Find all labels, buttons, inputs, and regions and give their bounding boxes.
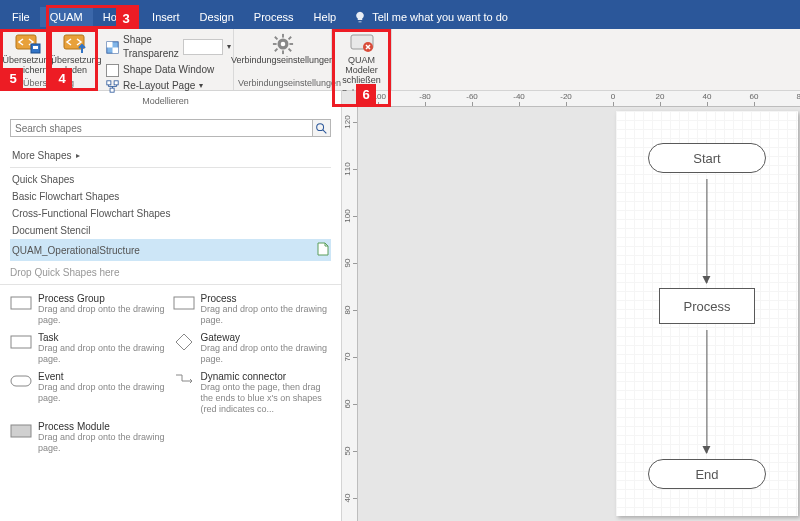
translate-save-icon	[14, 33, 42, 55]
flowchart-end-terminator[interactable]: End	[648, 459, 766, 489]
more-shapes-button[interactable]: More Shapes ▸	[10, 147, 331, 164]
drop-quick-shapes-hint: Drop Quick Shapes here	[0, 261, 341, 285]
svg-rect-2	[33, 46, 38, 49]
shapes-pane: More Shapes ▸ Quick ShapesBasic Flowchar…	[0, 91, 342, 521]
svg-rect-9	[114, 80, 118, 84]
close-modeler-button[interactable]: QUAM Modeler schließen	[336, 31, 387, 87]
svg-rect-18	[287, 36, 291, 40]
menu-help[interactable]: Help	[304, 7, 347, 27]
tell-me-search[interactable]: Tell me what you want to do	[354, 11, 508, 23]
svg-rect-10	[110, 88, 114, 92]
svg-rect-14	[282, 50, 284, 54]
load-translation-button[interactable]: Übersetzung laden	[52, 31, 100, 77]
stencil-item[interactable]: Cross-Functional Flowchart Shapes	[10, 205, 331, 222]
menu-process[interactable]: Process	[244, 7, 304, 27]
close-modeler-icon	[348, 33, 376, 55]
connection-settings-button[interactable]: Verbindungseinstellungen	[238, 31, 328, 77]
svg-rect-5	[107, 41, 113, 47]
svg-rect-20	[287, 48, 291, 52]
ribbon-group-label: Übersetzung	[4, 77, 93, 89]
connector-icon	[173, 373, 195, 389]
svg-rect-17	[274, 36, 278, 40]
stencil-doc-icon	[317, 242, 329, 258]
shape-dynamic-connector[interactable]: Dynamic connectorDrag onto the page, the…	[173, 371, 332, 415]
shape-task[interactable]: TaskDrag and drop onto the drawing page.	[10, 332, 169, 365]
tell-me-placeholder: Tell me what you want to do	[372, 11, 508, 23]
relayout-icon	[106, 80, 119, 93]
transparency-icon	[106, 41, 119, 54]
flowchart-start-terminator[interactable]: Start	[648, 143, 766, 173]
save-translation-button[interactable]: Übersetzung speichern	[4, 31, 52, 77]
rect-icon	[173, 295, 195, 311]
vertical-ruler: 120110100908070605040	[342, 107, 358, 521]
canvas-area[interactable]: -100-80-60-40-20020406080 12011010090807…	[342, 91, 800, 521]
ribbon-group-label: Verbindungseinstellungen	[238, 77, 327, 89]
svg-rect-24	[11, 297, 31, 309]
menu-file[interactable]: File	[2, 7, 40, 27]
shape-process[interactable]: ProcessDrag and drop onto the drawing pa…	[173, 293, 332, 326]
stencil-item[interactable]: Quick Shapes	[10, 171, 331, 188]
rect-icon	[10, 295, 32, 311]
svg-rect-25	[174, 297, 194, 309]
menu-design[interactable]: Design	[190, 7, 244, 27]
shape-gateway[interactable]: GatewayDrag and drop onto the drawing pa…	[173, 332, 332, 365]
flowchart-process-box[interactable]: Process	[659, 288, 755, 324]
dropdown-icon[interactable]: ▾	[227, 40, 231, 54]
search-icon	[316, 123, 327, 134]
menu-insert[interactable]: Insert	[142, 7, 190, 27]
dropdown-icon[interactable]: ▾	[199, 79, 203, 93]
module-icon	[10, 423, 32, 439]
shape-data-window-toggle[interactable]: Shape Data Window	[106, 63, 225, 77]
diamond-icon	[173, 334, 195, 350]
svg-rect-6	[113, 47, 119, 53]
menu-home[interactable]: Home	[93, 7, 142, 27]
svg-rect-26	[11, 336, 31, 348]
flow-arrow[interactable]	[706, 330, 707, 453]
shape-process-module[interactable]: Process ModuleDrag and drop onto the dra…	[10, 421, 169, 454]
chevron-right-icon: ▸	[76, 151, 80, 160]
menubar: FileQUAMHomeInsertDesignProcessHelp Tell…	[0, 5, 800, 29]
relayout-page-button[interactable]: Re-Layout Page ▾	[106, 79, 225, 93]
shape-transparenz-row[interactable]: Shape Transparenz ▾	[106, 33, 225, 61]
bulb-icon	[354, 11, 366, 23]
rect-icon	[10, 334, 32, 350]
svg-rect-13	[282, 34, 284, 38]
svg-point-23	[317, 123, 324, 130]
gear-icon	[269, 33, 297, 55]
transparency-input[interactable]	[183, 39, 223, 55]
svg-rect-15	[272, 43, 276, 45]
svg-rect-16	[289, 43, 293, 45]
drawing-page[interactable]: Start Process End	[616, 111, 798, 516]
stencil-item[interactable]: QUAM_OperationalStructure	[10, 239, 331, 261]
svg-rect-27	[11, 376, 31, 386]
svg-rect-28	[11, 425, 31, 437]
translate-load-icon	[62, 33, 90, 55]
ribbon: Übersetzung speichern Übersetzung laden …	[0, 29, 800, 91]
ribbon-group-label: Modellieren	[102, 95, 229, 107]
search-shapes-input[interactable]	[10, 119, 313, 137]
svg-rect-8	[107, 80, 111, 84]
flow-arrow[interactable]	[706, 179, 707, 283]
stencil-item[interactable]: Basic Flowchart Shapes	[10, 188, 331, 205]
stencil-item[interactable]: Document Stencil	[10, 222, 331, 239]
search-button[interactable]	[313, 119, 331, 137]
svg-rect-7	[106, 64, 118, 76]
svg-point-12	[280, 42, 285, 47]
checkbox-icon	[106, 64, 119, 77]
terminator-icon	[10, 373, 32, 389]
horizontal-ruler: -100-80-60-40-20020406080	[358, 91, 800, 107]
shape-event[interactable]: EventDrag and drop onto the drawing page…	[10, 371, 169, 415]
svg-rect-19	[274, 48, 278, 52]
shape-process-group[interactable]: Process GroupDrag and drop onto the draw…	[10, 293, 169, 326]
menu-quam[interactable]: QUAM	[40, 7, 93, 27]
